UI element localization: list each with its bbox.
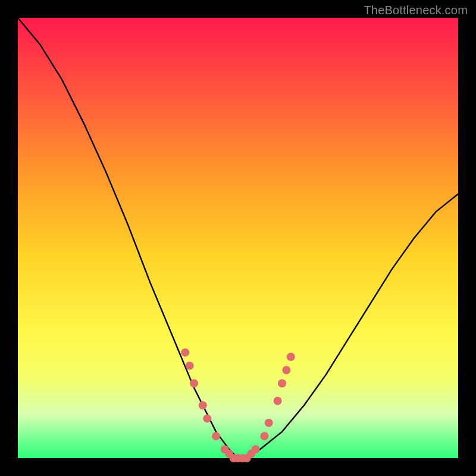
chart-plot-area	[18, 18, 458, 458]
curve-marker	[287, 353, 295, 361]
curve-marker	[260, 432, 268, 440]
curve-marker	[203, 414, 211, 422]
bottleneck-curve-path	[18, 18, 458, 458]
curve-marker	[282, 366, 290, 374]
watermark-text: TheBottleneck.com	[364, 4, 468, 17]
curve-marker	[181, 348, 189, 356]
curve-marker	[265, 419, 273, 427]
bottleneck-curve-svg	[18, 18, 458, 458]
curve-marker	[274, 397, 282, 405]
curve-marker	[252, 445, 260, 453]
curve-markers	[181, 348, 295, 462]
curve-marker	[199, 401, 207, 409]
curve-marker	[186, 362, 194, 370]
curve-marker	[278, 379, 286, 387]
curve-marker	[190, 379, 198, 387]
curve-marker	[212, 432, 220, 440]
